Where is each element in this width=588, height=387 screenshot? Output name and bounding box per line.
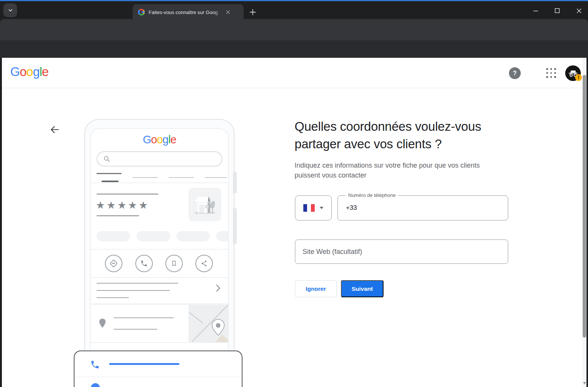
mockup-line-placeholder [97,215,139,216]
mockup-tab [205,177,227,178]
bookmarks-bar: » [0,40,588,58]
new-tab-button[interactable] [247,6,258,18]
alert-icon: ! [578,75,579,80]
divider [91,342,228,343]
browser-window: Faites-vous connaître sur Goog [0,0,588,387]
mockup-share-button [195,255,213,272]
chevron-down-icon [8,8,13,13]
dropdown-arrow-icon [320,207,323,209]
scrollbar-thumb[interactable] [583,75,586,338]
search-icon [103,155,110,162]
browser-tab[interactable]: Faites-vous connaître sur Goog [133,4,244,20]
maximize-button[interactable] [550,5,565,16]
divider [74,377,242,377]
help-icon: ? [513,70,517,77]
help-button[interactable]: ? [509,67,521,79]
tab-strip: Faites-vous connaître sur Goog [0,1,588,19]
phone-side-button [233,208,237,244]
mockup-chip [97,231,130,241]
tab-title: Faites-vous connaître sur Goog [149,10,224,15]
mockup-google-logo: Google [91,133,228,146]
mockup-directions-button [105,255,122,272]
page-title: Quelles coordonnées voulez-vous partager… [295,118,509,153]
back-step-button[interactable] [50,125,60,135]
mockup-tab-indicator [101,181,119,182]
storefront-icon [192,193,217,216]
apps-grid-button[interactable] [546,68,557,79]
phone-side-button [233,171,237,194]
scrollbar-down-arrow[interactable] [583,382,586,384]
mockup-business-photo [189,188,221,221]
phone-icon [140,260,148,267]
mockup-call-sheet [74,351,242,387]
mockup-phone-number-placeholder [109,363,179,365]
minimize-button[interactable] [528,5,543,16]
phone-mockup-screen: Google ★★★★★ [90,128,229,387]
page-header: Google ? ! [2,58,582,88]
france-flag-icon [303,204,315,212]
phone-number-input[interactable] [346,196,498,220]
phone-number-field[interactable]: Numéro de téléphone [338,195,508,220]
google-logo: Google [10,65,48,79]
share-icon [200,260,208,267]
mockup-address-line [114,317,174,318]
mockup-save-button [165,255,183,272]
window-border [586,58,588,387]
location-pin-icon [99,318,106,330]
mockup-address-line [114,329,157,330]
mockup-line-placeholder [97,283,178,284]
mockup-map-thumbnail [189,305,228,342]
mockup-call-button [135,255,153,272]
mockup-active-tab [97,173,122,174]
account-alert-badge: ! [575,74,582,81]
mockup-chip [136,231,170,241]
skip-button[interactable]: Ignorer [295,280,337,297]
mockup-tab [169,177,194,178]
mockup-search-bar [97,151,222,167]
arrow-left-icon [50,125,60,135]
phone-icon-blue [90,360,100,370]
mockup-line-placeholder [97,290,170,291]
tab-search-button[interactable] [3,3,17,17]
divider [91,249,228,250]
mockup-title-placeholder [97,194,158,195]
mockup-chip [176,231,210,241]
website-input[interactable] [303,240,500,263]
mockup-chip [216,231,228,241]
google-favicon [138,9,145,16]
chevron-right-icon [216,284,221,294]
page-content: Google ? ! G [2,58,582,387]
mockup-star-rating: ★★★★★ [96,199,149,211]
bookmark-icon [170,260,178,267]
close-button[interactable] [571,5,586,16]
mockup-tab [133,177,158,178]
directions-icon [109,259,118,268]
divider [91,277,228,278]
page-subtitle: Indiquez ces informations sur votre fich… [295,160,502,180]
tab-close-icon[interactable] [225,10,231,15]
website-field[interactable] [295,239,508,264]
country-select[interactable] [295,195,332,220]
browser-toolbar: business.google.com/create/new?gmbsrc=fr… [0,19,588,40]
next-button[interactable]: Suivant [341,280,384,297]
mockup-line-placeholder [97,297,129,298]
mockup-list-bullet [91,383,100,387]
divider [91,182,228,183]
